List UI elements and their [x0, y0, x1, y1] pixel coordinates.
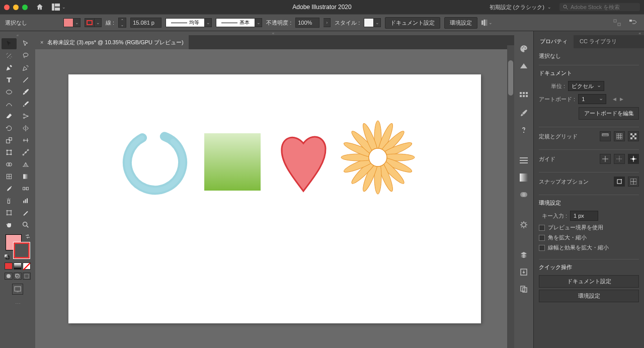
curvature-tool[interactable]	[18, 62, 33, 73]
width-tool[interactable]	[18, 135, 33, 146]
panel-handle[interactable]: «	[534, 31, 644, 35]
hand-tool[interactable]	[2, 219, 17, 230]
panel-handle[interactable]: «	[35, 31, 514, 35]
blend-tool[interactable]	[18, 183, 33, 194]
tab-properties[interactable]: プロパティ	[534, 35, 574, 48]
ellipse-tool[interactable]	[2, 86, 17, 98]
reflect-tool[interactable]	[18, 123, 33, 134]
stroke-panel-icon[interactable]	[518, 155, 529, 166]
show-guides-toggle[interactable]	[600, 154, 611, 164]
fill-stroke-indicator[interactable]	[6, 234, 30, 258]
opacity-dropdown[interactable]: ›	[324, 18, 331, 27]
rulers-toggle[interactable]	[600, 131, 611, 141]
edit-artboards-button[interactable]: アートボードを編集	[579, 107, 639, 120]
stroke-weight-input[interactable]	[130, 18, 162, 28]
opacity-input[interactable]	[295, 18, 319, 28]
layers-panel-icon[interactable]	[518, 249, 529, 260]
key-input-field[interactable]	[570, 211, 598, 221]
gradient-tool[interactable]	[18, 171, 33, 182]
swap-fill-stroke-icon[interactable]	[25, 233, 31, 239]
maximize-window-button[interactable]	[22, 5, 28, 10]
quick-preferences-button[interactable]: 環境設定	[539, 290, 639, 302]
quick-document-setup-button[interactable]: ドキュメント設定	[539, 275, 639, 288]
tab-libraries[interactable]: CC ライブラリ	[574, 35, 623, 48]
rotate-tool[interactable]	[2, 123, 17, 134]
eyedropper-tool[interactable]	[2, 183, 17, 194]
transparency-grid-toggle[interactable]	[628, 131, 639, 141]
lock-guides-toggle[interactable]	[614, 154, 625, 164]
document-tab[interactable]: × 名称未設定 (3).eps* @ 10.35% (RGB/GPU プレビュー…	[35, 35, 189, 49]
next-artboard-button[interactable]: ▶	[618, 95, 624, 104]
checkbox-preview-bounds[interactable]: プレビュー境界を使用	[539, 224, 639, 231]
lasso-tool[interactable]	[18, 50, 33, 61]
snap-to-grid-toggle[interactable]	[628, 177, 639, 187]
paintbrush-tool[interactable]	[18, 86, 33, 98]
gradient-mode[interactable]	[14, 263, 22, 270]
draw-inside-icon[interactable]	[23, 273, 31, 280]
stock-search[interactable]	[559, 3, 640, 11]
slice-tool[interactable]	[18, 207, 33, 218]
solid-color-mode[interactable]	[5, 263, 13, 270]
gradient-panel-icon[interactable]	[518, 172, 529, 183]
blob-brush-tool[interactable]	[18, 99, 33, 110]
edit-toolbar-button[interactable]: ⋯	[0, 301, 35, 307]
default-fill-stroke-icon[interactable]	[5, 254, 10, 259]
color-panel-icon[interactable]	[518, 43, 529, 54]
document-setup-button[interactable]: ドキュメント設定	[385, 17, 440, 29]
selection-tool[interactable]	[2, 38, 17, 49]
arrange-docs-button[interactable]: ⌄	[52, 4, 66, 11]
close-window-button[interactable]	[4, 5, 10, 10]
free-transform-tool[interactable]	[2, 147, 17, 158]
artboards-panel-icon[interactable]	[518, 284, 529, 295]
checkbox-scale-corners[interactable]: 角を拡大・縮小	[539, 234, 639, 241]
grid-toggle[interactable]	[614, 131, 625, 141]
appearance-panel-icon[interactable]	[518, 219, 529, 230]
asset-export-panel-icon[interactable]	[518, 267, 529, 278]
search-input[interactable]	[571, 4, 636, 10]
perspective-grid-tool[interactable]	[18, 159, 33, 170]
chevron-down-icon[interactable]: ⌄	[119, 23, 126, 27]
smart-guides-toggle[interactable]	[628, 154, 639, 164]
pen-tool[interactable]	[2, 62, 17, 73]
workspace-selector[interactable]: 初期設定 (クラシック) ⌄	[486, 2, 555, 13]
type-tool[interactable]	[2, 74, 17, 85]
prev-artboard-button[interactable]: ◀	[611, 95, 617, 104]
draw-behind-icon[interactable]	[14, 273, 22, 280]
shaper-tool[interactable]	[2, 99, 17, 110]
canvas[interactable]	[35, 49, 514, 348]
style-select[interactable]: ⌄	[364, 18, 381, 27]
fill-swatch[interactable]: ⌄	[63, 18, 80, 27]
magic-wand-tool[interactable]	[2, 50, 17, 61]
line-tool[interactable]	[18, 74, 33, 85]
color-guide-panel-icon[interactable]	[518, 60, 529, 71]
close-tab-icon[interactable]: ×	[40, 39, 43, 45]
direct-selection-tool[interactable]	[18, 38, 33, 49]
transparency-panel-icon[interactable]	[518, 189, 529, 200]
scale-tool[interactable]	[2, 135, 17, 146]
artboard-tool[interactable]	[2, 207, 17, 218]
draw-normal-icon[interactable]	[5, 273, 13, 280]
stroke-swatch[interactable]: ⌄	[85, 18, 102, 27]
units-select[interactable]: ピクセル	[568, 81, 604, 91]
isolation-mode-icon[interactable]	[612, 18, 623, 28]
screen-mode-button[interactable]	[12, 284, 23, 295]
align-button[interactable]: ⌄	[481, 18, 493, 28]
home-icon[interactable]	[36, 3, 44, 11]
symbols-panel-icon[interactable]	[518, 125, 529, 136]
panel-handle[interactable]: «	[0, 33, 35, 37]
vertical-scrollbar[interactable]	[507, 45, 514, 348]
checkbox-scale-strokes[interactable]: 線幅と効果を拡大・縮小	[539, 244, 639, 251]
shape-builder-tool[interactable]	[2, 159, 17, 170]
stroke-weight-stepper[interactable]: ⌃⌄	[118, 18, 126, 28]
brushes-panel-icon[interactable]	[518, 108, 529, 119]
zoom-tool[interactable]	[18, 219, 33, 230]
preferences-button[interactable]: 環境設定	[444, 17, 477, 29]
edit-contents-icon[interactable]	[628, 18, 639, 28]
swatches-panel-icon[interactable]	[518, 91, 529, 102]
puppet-warp-tool[interactable]	[18, 147, 33, 158]
eraser-tool[interactable]	[2, 111, 17, 122]
minimize-window-button[interactable]	[13, 5, 19, 10]
stroke-color[interactable]	[14, 242, 30, 258]
symbol-sprayer-tool[interactable]	[2, 195, 17, 206]
artboard-select[interactable]: 1	[578, 94, 606, 104]
